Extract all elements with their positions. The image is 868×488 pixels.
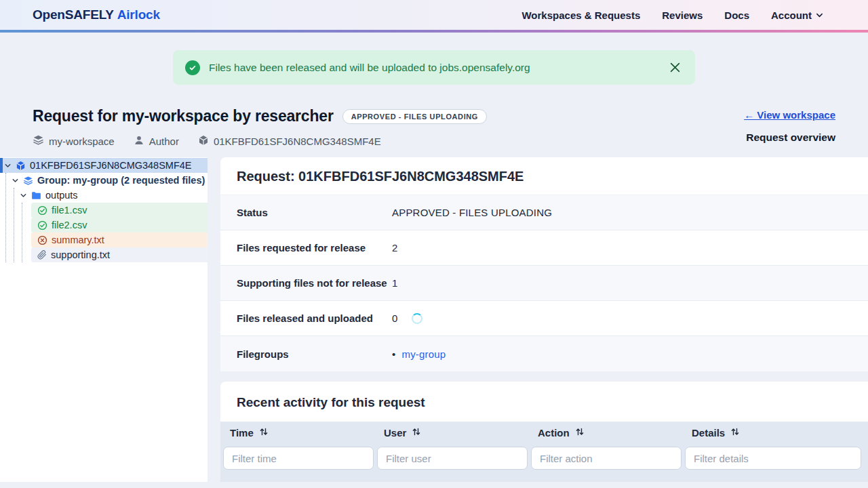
column-header-action[interactable]: Action [531, 422, 682, 444]
paperclip-icon [37, 250, 47, 260]
released-count: 0 [392, 312, 398, 324]
meta-request-id: 01KFBFD61SFJ6N8CMG348SMF4E [198, 135, 381, 148]
close-icon[interactable] [669, 61, 682, 74]
content-area: 01KFBFD61SFJ6N8CMG348SMF4E Group: my-gro… [0, 157, 868, 482]
nav-reviews[interactable]: Reviews [662, 9, 703, 21]
tree-item-file2[interactable]: file2.csv [31, 218, 208, 232]
chevron-down-icon[interactable] [12, 177, 19, 184]
meta-workspace-label: my-workspace [49, 136, 115, 147]
activity-table-header: Time User Action Details [223, 422, 861, 444]
detail-row-supporting-files: Supporting files not for release 1 [220, 266, 868, 301]
tree-item-file1[interactable]: file1.csv [31, 203, 208, 218]
detail-value: 2 [392, 242, 398, 253]
main-panel: Request: 01KFBFD61SFJ6N8CMG348SMF4E Stat… [220, 157, 868, 482]
request-meta: my-workspace Author 01KFBFD61SFJ6N8CMG34… [33, 134, 487, 148]
detail-row-filegroups: Filegroups • my-group [220, 336, 868, 371]
tree-item-outputs-folder[interactable]: outputs [0, 188, 208, 203]
success-alert: Files have been released and will be upl… [173, 50, 695, 85]
column-header-time[interactable]: Time [223, 422, 374, 444]
filter-user-input[interactable] [377, 447, 528, 470]
column-label: Time [230, 427, 254, 439]
filter-details-input[interactable] [685, 447, 861, 470]
tree-guide [22, 203, 22, 262]
circle-check-icon [37, 205, 47, 216]
sort-icon [412, 427, 421, 439]
tree-item-label: file2.csv [52, 220, 87, 230]
list-bullet: • [392, 348, 395, 360]
tree-item-request-root[interactable]: 01KFBFD61SFJ6N8CMG348SMF4E [0, 158, 208, 173]
filter-time-input[interactable] [223, 447, 374, 470]
meta-request-id-label: 01KFBFD61SFJ6N8CMG348SMF4E [214, 136, 381, 147]
file-tree-panel: 01KFBFD61SFJ6N8CMG348SMF4E Group: my-gro… [0, 157, 208, 482]
meta-workspace: my-workspace [33, 134, 115, 148]
detail-value: • my-group [392, 348, 446, 360]
alert-message: Files have been released and will be upl… [209, 62, 669, 74]
layers-icon [33, 134, 44, 148]
activity-filter-row [223, 444, 861, 470]
recent-activity-card: Recent activity for this request Time Us… [220, 382, 868, 482]
tree-item-label: Group: my-group (2 requested files) [37, 175, 205, 186]
chevron-down-icon [816, 9, 823, 21]
folder-icon [31, 190, 41, 201]
nav-account-label: Account [771, 9, 812, 21]
request-details-title: Request: 01KFBFD61SFJ6N8CMG348SMF4E [220, 157, 868, 195]
circle-check-icon [37, 220, 47, 230]
filter-action-input[interactable] [531, 447, 682, 470]
column-label: Action [538, 427, 570, 439]
detail-label: Files requested for release [237, 242, 392, 253]
tree-item-label: file1.csv [52, 205, 87, 216]
detail-label: Supporting files not for release [237, 277, 392, 289]
app-logo[interactable]: OpenSAFELYAirlock [33, 7, 160, 22]
column-header-details[interactable]: Details [685, 422, 861, 444]
package-icon [198, 135, 209, 148]
sort-icon [259, 427, 269, 439]
detail-value: 0 [392, 312, 422, 324]
view-workspace-link[interactable]: ← View workspace [744, 109, 835, 121]
tree-item-group[interactable]: Group: my-group (2 requested files) [0, 173, 208, 188]
tree-item-summary[interactable]: summary.txt [31, 232, 208, 247]
column-header-user[interactable]: User [377, 422, 528, 444]
detail-row-files-requested: Files requested for release 2 [220, 230, 868, 266]
tree-item-label: supporting.txt [51, 249, 110, 260]
detail-label: Filegroups [237, 348, 392, 360]
chevron-down-icon[interactable] [4, 162, 12, 169]
top-navbar: OpenSAFELYAirlock Workspaces & Requests … [0, 0, 868, 30]
upload-spinner-icon [412, 313, 422, 324]
recent-activity-title: Recent activity for this request [220, 382, 868, 422]
nav-account-menu[interactable]: Account [771, 9, 823, 21]
success-check-icon [185, 60, 200, 75]
nav-workspaces-requests[interactable]: Workspaces & Requests [521, 9, 640, 21]
detail-row-status: Status APPROVED - FILES UPLOADING [220, 195, 868, 230]
nav-links: Workspaces & Requests Reviews Docs Accou… [521, 9, 823, 21]
column-label: User [384, 427, 406, 439]
nav-docs[interactable]: Docs [724, 9, 749, 21]
sort-icon [575, 427, 585, 439]
request-details-card: Request: 01KFBFD61SFJ6N8CMG348SMF4E Stat… [220, 157, 868, 371]
package-icon [16, 161, 26, 171]
logo-secondary: Airlock [117, 7, 160, 22]
circle-x-icon [37, 235, 47, 245]
layers-icon [23, 176, 33, 186]
tree-item-label: 01KFBFD61SFJ6N8CMG348SMF4E [30, 160, 192, 171]
chevron-down-icon[interactable] [20, 192, 27, 199]
activity-table: Time User Action Details [220, 422, 868, 482]
details-table: Status APPROVED - FILES UPLOADING Files … [220, 195, 868, 371]
request-overview-heading: Request overview [744, 131, 835, 144]
tree-item-supporting[interactable]: supporting.txt [31, 247, 208, 262]
filegroup-link[interactable]: my-group [401, 348, 446, 360]
detail-row-files-released: Files released and uploaded 0 [220, 301, 868, 336]
brand-gradient-divider [0, 30, 868, 33]
page-title: Request for my-workspace by researcher [33, 107, 334, 125]
meta-author: Author [134, 135, 179, 148]
sort-icon [730, 427, 740, 439]
detail-value: 1 [392, 277, 398, 289]
detail-label: Status [237, 207, 392, 218]
detail-label: Files released and uploaded [237, 312, 392, 324]
tree-item-label: outputs [45, 190, 78, 201]
detail-value: APPROVED - FILES UPLOADING [392, 207, 552, 218]
logo-primary: OpenSAFELY [33, 7, 114, 22]
meta-author-label: Author [149, 136, 179, 147]
page-header: Request for my-workspace by researcher A… [0, 85, 868, 148]
tree-item-label: summary.txt [52, 235, 104, 245]
status-badge: APPROVED - FILES UPLOADING [342, 109, 487, 124]
